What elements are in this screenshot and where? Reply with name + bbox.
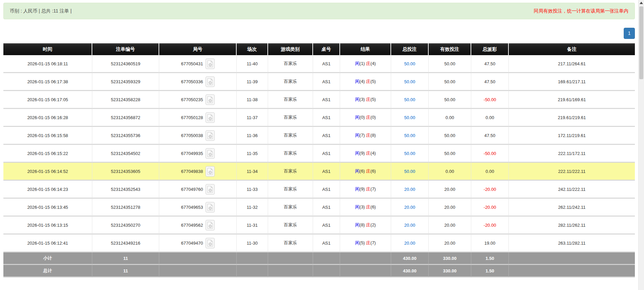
banker-points: (7) <box>371 186 376 192</box>
cell-table-no: AS1 <box>313 127 340 145</box>
cell-session: 11-38 <box>237 91 268 109</box>
cell-valid-bet: 50.00 <box>429 91 471 109</box>
video-replay-button[interactable] <box>206 94 215 105</box>
banker-result: 庄 <box>366 222 371 227</box>
video-replay-button[interactable] <box>206 130 215 141</box>
player-points: (5) <box>359 240 365 245</box>
cell-total-bet: 20.00 <box>391 217 429 235</box>
player-result: 闲 <box>355 133 359 138</box>
video-replay-button[interactable] <box>206 76 215 87</box>
player-points: (4) <box>359 79 365 84</box>
subtotal-row-label: 小计 <box>3 252 92 265</box>
column-header-3: 局号 <box>159 43 237 55</box>
cell-game-type: 百家乐 <box>268 181 313 199</box>
vertical-scrollbar[interactable] <box>638 0 644 290</box>
total-bet-link[interactable]: 50.00 <box>404 169 415 174</box>
total-bet-link[interactable]: 20.00 <box>404 223 415 228</box>
subtotal-row-result <box>340 252 391 265</box>
banker-points: (4) <box>371 61 376 66</box>
total-bet-link[interactable]: 50.00 <box>404 133 415 138</box>
cell-round: 677049470 <box>159 235 237 252</box>
video-replay-button[interactable] <box>206 238 215 248</box>
player-result: 闲 <box>355 204 359 209</box>
cell-bet-id: 523124353605 <box>92 163 159 181</box>
scroll-up-arrow-icon[interactable] <box>639 0 644 6</box>
cell-round: 677050235 <box>159 91 237 109</box>
video-replay-button[interactable] <box>206 166 215 177</box>
subtotal-row-valid-bet: 330.00 <box>429 252 471 265</box>
player-result: 闲 <box>355 97 359 102</box>
subtotal-row-game <box>268 252 313 265</box>
table-row: 2026-01-15 06:12:41 523124349216 6770494… <box>3 235 635 252</box>
cell-bet-id: 523124356872 <box>92 109 159 127</box>
video-replay-button[interactable] <box>206 202 215 213</box>
grandtotal-row-count: 11 <box>92 265 159 277</box>
cell-valid-bet: 20.00 <box>429 217 471 235</box>
player-result: 闲 <box>355 186 359 192</box>
cell-remark: 219.61/219.61 <box>509 109 635 127</box>
cell-total-bet: 50.00 <box>391 145 429 163</box>
grandtotal-row-table <box>313 265 340 277</box>
banker-result: 庄 <box>366 133 371 138</box>
cell-bet-id: 523124355736 <box>92 127 159 145</box>
cell-total-bet: 20.00 <box>391 199 429 217</box>
cell-game-type: 百家乐 <box>268 73 313 91</box>
cell-round: 677050336 <box>159 73 237 91</box>
pagination-page-1-button[interactable]: 1 <box>624 28 635 39</box>
total-bet-link[interactable]: 50.00 <box>404 79 415 84</box>
cell-time: 2026-01-15 06:12:41 <box>3 235 92 252</box>
cell-time: 2026-01-15 06:17:05 <box>3 91 92 109</box>
video-replay-button[interactable] <box>206 148 215 159</box>
cell-session: 11-39 <box>237 73 268 91</box>
player-result: 闲 <box>355 240 359 245</box>
cell-remark: 262.11/242.11 <box>509 199 635 217</box>
player-result: 闲 <box>355 169 359 174</box>
cell-table-no: AS1 <box>313 109 340 127</box>
round-number: 677050128 <box>181 115 203 120</box>
scrollbar-thumb[interactable] <box>639 6 643 79</box>
cell-total-bet: 20.00 <box>391 235 429 252</box>
total-bet-link[interactable]: 20.00 <box>404 241 415 246</box>
column-header-8: 总投注 <box>391 43 429 55</box>
cell-total-bet: 50.00 <box>391 91 429 109</box>
cell-result: 闲(9) 庄(4) <box>340 145 391 163</box>
cell-valid-bet: 0.00 <box>429 109 471 127</box>
table-row: 2026-01-15 06:17:38 523124359329 6770503… <box>3 73 635 91</box>
cell-time: 2026-01-15 06:13:45 <box>3 199 92 217</box>
total-bet-link[interactable]: 50.00 <box>404 61 415 66</box>
table-row: 2026-01-15 06:16:28 523124356872 6770501… <box>3 109 635 127</box>
video-replay-button[interactable] <box>206 112 215 123</box>
cell-table-no: AS1 <box>313 55 340 73</box>
cell-game-type: 百家乐 <box>268 217 313 235</box>
cell-remark: 169.61/217.11 <box>509 73 635 91</box>
total-bet-link[interactable]: 50.00 <box>404 115 415 120</box>
player-result: 闲 <box>355 222 359 227</box>
total-bet-link[interactable]: 50.00 <box>404 97 415 102</box>
round-number: 677049653 <box>181 205 203 210</box>
cell-payout: -20.00 <box>471 217 509 235</box>
column-header-5: 游戏类别 <box>268 43 313 55</box>
banker-points: (6) <box>371 204 376 209</box>
video-replay-button[interactable] <box>206 184 215 195</box>
subtotal-row-remark <box>509 252 635 265</box>
cell-remark: 217.11/264.61 <box>509 55 635 73</box>
grandtotal-row: 总计11430.00330.001.50 <box>3 265 635 277</box>
subtotal-row-round <box>159 252 237 265</box>
total-bet-link[interactable]: 20.00 <box>404 187 415 192</box>
cell-valid-bet: 50.00 <box>429 145 471 163</box>
video-replay-icon <box>207 222 213 229</box>
total-bet-link[interactable]: 20.00 <box>404 205 415 210</box>
grandtotal-row-round <box>159 265 237 277</box>
video-replay-button[interactable] <box>206 220 215 230</box>
video-replay-button[interactable] <box>206 59 215 69</box>
banker-result: 庄 <box>366 97 371 102</box>
cell-time: 2026-01-15 06:15:22 <box>3 145 92 163</box>
cell-payout: 47.50 <box>471 73 509 91</box>
column-header-2: 注单编号 <box>92 43 159 55</box>
cell-session: 11-40 <box>237 55 268 73</box>
banker-points: (4) <box>371 151 376 156</box>
cell-remark: 242.11/222.11 <box>509 181 635 199</box>
grandtotal-row-remark <box>509 265 635 277</box>
total-bet-link[interactable]: 50.00 <box>404 151 415 156</box>
cell-payout: -50.00 <box>471 145 509 163</box>
